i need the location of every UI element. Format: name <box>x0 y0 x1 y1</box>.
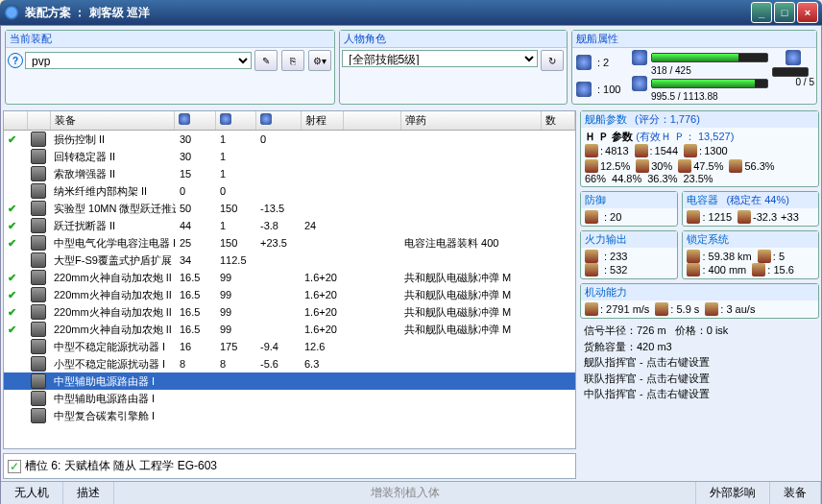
col-cpu-icon[interactable] <box>179 113 190 125</box>
char-refresh-button[interactable]: ↻ <box>541 50 564 71</box>
active-check[interactable]: ✔ <box>4 220 27 232</box>
armor-icon <box>635 144 648 157</box>
active-check[interactable]: ✔ <box>4 133 27 146</box>
module-name: 中型电气化学电容注电器 I <box>50 236 176 251</box>
col-qty[interactable]: 数 <box>542 111 575 130</box>
active-check[interactable]: ✔ <box>4 272 27 284</box>
module-name: 索敌增强器 II <box>50 167 176 181</box>
fleet-cmd-3[interactable]: 中队指挥官 - 点击右键设置 <box>584 386 815 402</box>
table-row[interactable]: ✔220mm火神自动加农炮 II16.5991.6+20共和舰队电磁脉冲弹 M <box>4 269 575 286</box>
slot-text: 槽位 6: 天赋植体 随从 工程学 EG-603 <box>25 458 217 474</box>
table-row[interactable]: ✔中型电气化学电容注电器 I25150+23.5电容注电器装料 400 <box>4 234 575 252</box>
tab-equip[interactable]: 装备 <box>770 482 821 504</box>
active-check[interactable]: ✔ <box>4 324 27 336</box>
module-name: 回转稳定器 II <box>50 150 176 164</box>
table-row[interactable]: 纳米纤维内部构架 II00 <box>4 182 575 200</box>
table-row[interactable]: 大型F-S9覆盖式护盾扩展34112.5 <box>4 252 575 269</box>
lock-header: 锁定系统 <box>687 232 729 247</box>
table-row[interactable]: ✔实验型 10MN 微型跃迁推进器 I50150-13.5 <box>4 200 575 217</box>
table-row[interactable]: ✔220mm火神自动加农炮 II16.5991.6+20共和舰队电磁脉冲弹 M <box>4 286 575 303</box>
col-range[interactable]: 射程 <box>302 111 344 130</box>
rating-val: 1,776) <box>670 113 700 125</box>
tab-implants[interactable]: 增装剂植入体 <box>114 482 696 504</box>
col-equip[interactable]: 装备 <box>51 111 175 130</box>
table-row[interactable]: 小型不稳定能源扰动器 I88-5.66.3 <box>4 355 575 372</box>
active-check[interactable]: ✔ <box>4 237 27 250</box>
module-icon <box>31 322 46 337</box>
module-icon <box>31 391 46 406</box>
rename-fit-button[interactable]: ✎ <box>254 50 278 71</box>
scanres-icon <box>687 263 700 276</box>
fleet-cmd-1[interactable]: 舰队指挥官 - 点击右键设置 <box>584 354 815 371</box>
module-icon <box>31 183 46 199</box>
launcher-val: : 100 <box>597 84 626 95</box>
table-row[interactable]: 中型复合碳素引擎舱 I <box>4 407 575 424</box>
module-icon <box>31 149 46 164</box>
hull-icon <box>684 144 697 157</box>
sensor-icon <box>752 263 765 276</box>
close-button[interactable]: × <box>797 2 818 23</box>
col-cap-icon[interactable] <box>260 113 272 125</box>
rep-icon <box>585 210 598 224</box>
table-row[interactable]: 索敌增强器 II151 <box>4 165 575 182</box>
maximize-button[interactable]: □ <box>774 2 795 23</box>
table-row[interactable]: ✔损伤控制 II3010 <box>4 131 575 148</box>
table-row[interactable]: 中型辅助电源路由器 I <box>4 390 575 407</box>
shield-icon <box>585 144 598 157</box>
minimize-button[interactable]: _ <box>751 2 772 23</box>
turret-val: : 2 <box>597 57 626 68</box>
module-icon <box>31 252 46 268</box>
help-icon[interactable]: ? <box>8 53 23 68</box>
table-row[interactable]: 中型不稳定能源扰动器 I16175-9.412.6 <box>4 338 575 355</box>
tool-button[interactable]: ⚙▾ <box>308 50 331 71</box>
cap-header: 电容器 <box>687 193 718 207</box>
table-row[interactable]: 中型辅助电源路由器 I <box>4 372 575 390</box>
module-table[interactable]: 装备 射程 弹药 数 ✔损伤控制 II3010回转稳定器 II301索敌增强器 … <box>3 110 576 449</box>
col-pg-icon[interactable] <box>220 113 231 125</box>
fit-select[interactable]: pvp <box>25 52 252 69</box>
copy-fit-button[interactable]: ⎘ <box>281 50 304 71</box>
tab-external[interactable]: 外部影响 <box>696 482 770 504</box>
rig-icon <box>786 50 801 65</box>
col-ammo[interactable]: 弹药 <box>401 111 543 130</box>
turret-icon <box>576 55 592 70</box>
active-check[interactable]: ✔ <box>4 289 27 301</box>
ammo-name: 共和舰队电磁脉冲弹 M <box>400 305 543 320</box>
active-check[interactable]: ✔ <box>4 306 27 319</box>
module-icon <box>31 356 46 372</box>
pg-icon <box>632 76 647 91</box>
rig-val: 0 / 5 <box>772 77 814 87</box>
ammo-name: 共和舰队电磁脉冲弹 M <box>400 323 543 337</box>
module-name: 小型不稳定能源扰动器 I <box>50 357 176 372</box>
turret-dps-icon <box>585 250 598 263</box>
ehp-val: 13,527) <box>698 131 734 142</box>
volley-icon <box>585 263 598 276</box>
tab-drones[interactable]: 无人机 <box>1 482 63 504</box>
fleet-cmd-2[interactable]: 联队指挥官 - 点击右键设置 <box>584 371 815 387</box>
module-name: 跃迁扰断器 II <box>50 219 176 233</box>
ex-icon <box>729 159 742 173</box>
table-row[interactable]: ✔跃迁扰断器 II441-3.824 <box>4 217 575 234</box>
table-row[interactable]: ✔220mm火神自动加农炮 II16.5991.6+20共和舰队电磁脉冲弹 M <box>4 303 575 321</box>
align-icon <box>655 302 668 316</box>
table-row[interactable]: ✔220mm火神自动加农炮 II16.5991.6+20共和舰队电磁脉冲弹 M <box>4 321 575 338</box>
current-fit-header: 当前装配 <box>6 31 334 48</box>
character-select[interactable]: [全部技能5级] <box>342 50 538 67</box>
targets-icon <box>758 250 771 263</box>
cap-icon <box>687 210 700 224</box>
em-icon <box>585 159 598 173</box>
tab-desc[interactable]: 描述 <box>63 482 114 504</box>
table-row[interactable]: 回转稳定器 II301 <box>4 148 575 165</box>
module-name: 220mm火神自动加农炮 II <box>50 271 176 285</box>
implant-slot[interactable]: ✓ 槽位 6: 天赋植体 随从 工程学 EG-603 <box>3 453 576 479</box>
module-name: 损伤控制 II <box>50 132 176 147</box>
active-check[interactable]: ✔ <box>4 203 27 215</box>
module-name: 中型辅助电源路由器 I <box>50 374 176 389</box>
range-icon <box>687 250 700 263</box>
module-name: 中型复合碳素引擎舱 I <box>50 409 176 423</box>
th-icon <box>636 159 649 173</box>
fire-header: 火力输出 <box>585 232 627 247</box>
module-name: 220mm火神自动加农炮 II <box>50 288 176 302</box>
character-header: 人物角色 <box>340 31 567 48</box>
slot-check-icon[interactable]: ✓ <box>8 460 21 473</box>
